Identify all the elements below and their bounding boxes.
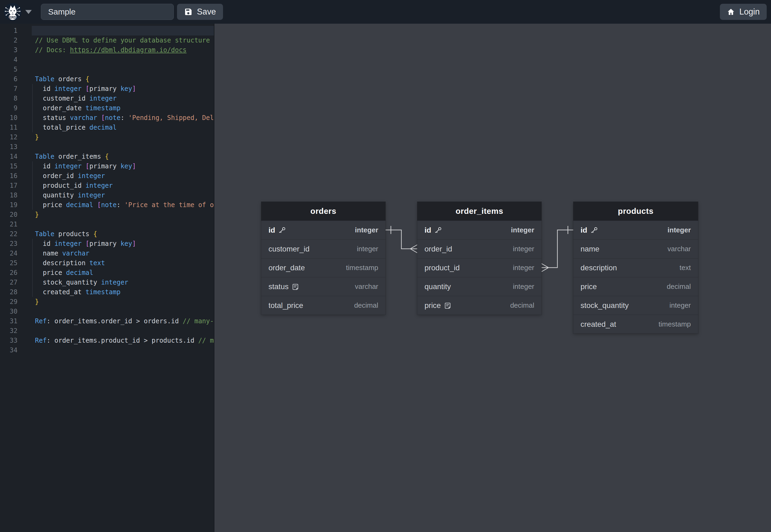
code-line[interactable]: 9 order_date timestamp xyxy=(0,103,214,113)
line-number: 27 xyxy=(0,278,17,287)
field-type: integer xyxy=(513,245,535,253)
code-line[interactable]: 20} xyxy=(0,210,214,219)
field-row-order_items-id[interactable]: idinteger xyxy=(417,221,542,239)
code-line[interactable]: 8 customer_id integer xyxy=(0,94,214,103)
code-line[interactable]: 23 id integer [primary key] xyxy=(0,239,214,249)
field-type: integer xyxy=(513,282,535,291)
table-card-products[interactable]: productsidintegernamevarchardescriptiont… xyxy=(573,202,698,334)
code-line[interactable]: 22Table products { xyxy=(0,229,214,239)
save-button[interactable]: Save xyxy=(177,4,223,20)
code-text: Table order_items { xyxy=(35,152,109,161)
table-header[interactable]: products xyxy=(573,202,698,221)
code-line[interactable]: 29} xyxy=(0,297,214,307)
code-line[interactable]: 4 xyxy=(0,55,214,65)
field-row-orders-customer_id[interactable]: customer_idinteger xyxy=(261,239,385,258)
indent-guide xyxy=(32,84,33,94)
line-number: 13 xyxy=(0,142,17,152)
code-line[interactable]: 31Ref: order_items.order_id > orders.id … xyxy=(0,316,214,326)
table-card-order_items[interactable]: order_itemsidintegerorder_idintegerprodu… xyxy=(417,202,542,315)
code-line[interactable]: 11 total_price decimal xyxy=(0,123,214,132)
logo-menu-chevron-icon[interactable] xyxy=(25,10,32,14)
field-type: text xyxy=(680,264,691,272)
code-text: Table products { xyxy=(35,229,97,239)
code-text: } xyxy=(35,297,39,307)
code-text: order_date timestamp xyxy=(35,103,121,113)
code-line[interactable]: 27 stock_quantity integer xyxy=(0,278,214,287)
app-logo[interactable]: ERD xyxy=(4,3,22,21)
line-number: 17 xyxy=(0,181,17,190)
code-line[interactable]: 34 xyxy=(0,345,214,355)
code-line[interactable]: 19 price decimal [note: 'Price at the ti… xyxy=(0,200,214,210)
code-text: price decimal xyxy=(35,268,93,278)
code-line[interactable]: 30 xyxy=(0,307,214,316)
code-line[interactable]: 15 id integer [primary key] xyxy=(0,161,214,171)
code-line[interactable]: 16 order_id integer xyxy=(0,171,214,181)
code-text: customer_id integer xyxy=(35,94,116,103)
code-line[interactable]: 1 xyxy=(0,26,214,36)
field-row-orders-id[interactable]: idinteger xyxy=(261,221,385,239)
field-row-products-id[interactable]: idinteger xyxy=(573,221,698,239)
line-number: 6 xyxy=(0,74,17,84)
code-line[interactable]: 6Table orders { xyxy=(0,74,214,84)
table-card-orders[interactable]: ordersidintegercustomer_idintegerorder_d… xyxy=(261,202,385,315)
field-row-products-stock_quantity[interactable]: stock_quantityinteger xyxy=(573,296,698,315)
topbar: ERD Save Login xyxy=(0,0,771,24)
code-line[interactable]: 5 xyxy=(0,65,214,74)
diagram-name-input[interactable] xyxy=(41,4,174,20)
code-line[interactable]: 25 description text xyxy=(0,258,214,268)
field-row-orders-total_price[interactable]: total_pricedecimal xyxy=(261,296,385,315)
field-type: decimal xyxy=(510,301,534,310)
field-row-order_items-price[interactable]: pricedecimal xyxy=(417,296,542,315)
dbml-code-editor[interactable]: 12// Use DBML to define your database st… xyxy=(0,24,214,532)
code-line[interactable]: 24 name varchar xyxy=(0,249,214,258)
code-line[interactable]: 17 product_id integer xyxy=(0,181,214,190)
code-line[interactable]: 10 status varchar [note: 'Pending, Shipp… xyxy=(0,113,214,123)
login-button[interactable]: Login xyxy=(720,4,767,20)
code-text: name varchar xyxy=(35,249,89,258)
code-line[interactable]: 28 created_at timestamp xyxy=(0,287,214,297)
code-text: quantity integer xyxy=(35,190,105,200)
code-line[interactable]: 26 price decimal xyxy=(0,268,214,278)
line-number: 33 xyxy=(0,336,17,345)
field-name: order_date xyxy=(268,264,305,272)
code-line[interactable]: 3// Docs: https://dbml.dbdiagram.io/docs xyxy=(0,45,214,55)
field-type: integer xyxy=(511,226,534,234)
indent-guide xyxy=(32,103,33,113)
line-number: 21 xyxy=(0,219,17,229)
relationship-line-orders-order_items xyxy=(385,226,417,253)
indent-guide xyxy=(32,94,33,103)
code-line[interactable]: 12} xyxy=(0,132,214,142)
table-header[interactable]: orders xyxy=(261,202,385,221)
line-number: 31 xyxy=(0,316,17,326)
code-line[interactable]: 7 id integer [primary key] xyxy=(0,84,214,94)
field-row-products-name[interactable]: namevarchar xyxy=(573,239,698,258)
field-note-icon xyxy=(292,283,299,290)
code-line[interactable]: 18 quantity integer xyxy=(0,190,214,200)
field-row-products-created_at[interactable]: created_attimestamp xyxy=(573,315,698,334)
field-row-orders-order_date[interactable]: order_datetimestamp xyxy=(261,258,385,277)
code-line[interactable]: 33Ref: order_items.product_id > products… xyxy=(0,336,214,345)
code-text: } xyxy=(35,132,39,142)
code-line[interactable]: 13 xyxy=(0,142,214,152)
code-line[interactable]: 21 xyxy=(0,219,214,229)
line-number: 25 xyxy=(0,258,17,268)
code-text: order_id integer xyxy=(35,171,105,181)
code-line[interactable]: 2// Use DBML to define your database str… xyxy=(0,36,214,45)
field-row-order_items-quantity[interactable]: quantityinteger xyxy=(417,277,542,296)
code-text: price decimal [note: 'Price at the time … xyxy=(35,200,214,210)
field-row-order_items-order_id[interactable]: order_idinteger xyxy=(417,239,542,258)
line-number: 20 xyxy=(0,210,17,219)
table-header[interactable]: order_items xyxy=(417,202,542,221)
code-text: total_price decimal xyxy=(35,123,116,132)
field-row-products-description[interactable]: descriptiontext xyxy=(573,258,698,277)
code-line[interactable]: 32 xyxy=(0,326,214,336)
field-row-order_items-product_id[interactable]: product_idinteger xyxy=(417,258,542,277)
login-button-label: Login xyxy=(739,7,760,17)
code-line[interactable]: 14Table order_items { xyxy=(0,152,214,161)
line-number: 29 xyxy=(0,297,17,307)
code-text: status varchar [note: 'Pending, Shipped,… xyxy=(35,113,214,123)
relationship-line-order_items-products xyxy=(542,226,573,272)
diagram-canvas[interactable]: ordersidintegercustomer_idintegerorder_d… xyxy=(214,24,771,532)
field-row-products-price[interactable]: pricedecimal xyxy=(573,277,698,296)
field-row-orders-status[interactable]: statusvarchar xyxy=(261,277,385,296)
